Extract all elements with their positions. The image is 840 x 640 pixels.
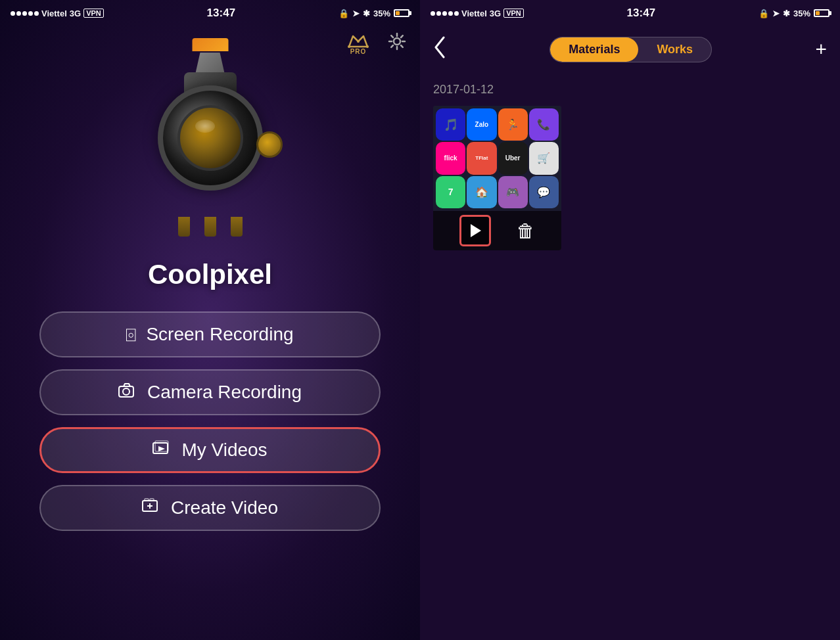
svg-point-6 — [123, 388, 129, 395]
lock-icon: 🔒 — [338, 9, 349, 18]
date-label: 2017-01-12 — [433, 83, 827, 97]
leg-mid — [204, 217, 216, 237]
svg-rect-14 — [150, 499, 154, 501]
video-grid: 🎵 Zalo 🏃 📞 flick TFlat Uber 🛒 7 🏠 🎮 💬 — [433, 106, 827, 250]
my-videos-button[interactable]: My Videos — [39, 427, 381, 473]
app-tflat: TFlat — [467, 142, 496, 174]
screen-recording-icon: ⌻ — [126, 325, 135, 344]
status-bar-left: Viettel 3G VPN 13:47 🔒 ➤ ✱ 35% — [0, 0, 420, 26]
create-video-label: Create Video — [171, 497, 278, 518]
video-library-icon — [152, 440, 171, 456]
svg-marker-9 — [158, 446, 165, 451]
top-icons: PRO — [348, 32, 407, 56]
app-uber: Uber — [498, 142, 528, 174]
vpn-badge-left: VPN — [83, 9, 104, 18]
battery-icon-right — [814, 9, 829, 17]
content-area: 2017-01-12 🎵 Zalo 🏃 📞 flick TFlat Uber 🛒 — [420, 72, 840, 640]
add-button[interactable]: + — [815, 38, 827, 60]
battery-icon-left — [394, 9, 409, 17]
svg-point-4 — [394, 38, 400, 45]
app-flickr: flick — [436, 142, 465, 174]
my-videos-icon — [152, 440, 171, 460]
camera-recording-button[interactable]: Camera Recording — [39, 369, 381, 415]
back-chevron-icon — [433, 36, 446, 58]
camera-recording-icon — [118, 383, 137, 401]
my-videos-label: My Videos — [181, 440, 267, 461]
svg-point-2 — [366, 45, 369, 48]
robot-coin — [256, 131, 283, 158]
lens-shine — [195, 120, 215, 133]
right-panel: Viettel 3G VPN 13:47 🔒 ➤ ✱ 35% Materials… — [420, 0, 840, 640]
status-left-right: Viettel 3G VPN — [431, 9, 524, 18]
time-right: 13:47 — [627, 7, 655, 20]
app-zalo: Zalo — [467, 108, 496, 141]
time-left: 13:47 — [207, 7, 235, 20]
location-icon: ➤ — [352, 9, 360, 18]
back-button[interactable] — [433, 36, 446, 63]
settings-button[interactable] — [387, 32, 407, 56]
lock-icon-right: 🔒 — [758, 9, 769, 18]
robot-image — [145, 72, 276, 230]
pro-label: PRO — [350, 48, 367, 55]
top-nav-right: Materials Works + — [420, 26, 840, 72]
create-video-icon — [142, 498, 160, 518]
battery-pct-left: 35% — [373, 9, 390, 18]
status-left: Viettel 3G VPN — [11, 9, 104, 18]
status-right-left: 🔒 ➤ ✱ 35% — [338, 9, 409, 18]
video-item[interactable]: 🎵 Zalo 🏃 📞 flick TFlat Uber 🛒 7 🏠 🎮 💬 — [433, 106, 561, 250]
menu-buttons: ⌻ Screen Recording Camera Recording — [0, 311, 420, 531]
camera-recording-label: Camera Recording — [147, 382, 302, 403]
create-icon — [142, 498, 160, 514]
pro-button[interactable]: PRO — [348, 32, 369, 55]
carrier-left: Viettel — [41, 9, 67, 18]
app-logo — [138, 59, 283, 243]
app-viber: 📞 — [529, 108, 559, 141]
network-left: 3G — [70, 9, 81, 18]
app-mifit: 🏃 — [498, 108, 528, 141]
network-right: 3G — [490, 9, 501, 18]
svg-rect-13 — [145, 499, 149, 501]
video-thumbnail: 🎵 Zalo 🏃 📞 flick TFlat Uber 🛒 7 🏠 🎮 💬 — [433, 106, 561, 211]
screen-recording-label: Screen Recording — [146, 324, 293, 345]
app-shazam: 🎵 — [436, 108, 465, 141]
lens-inner — [177, 105, 243, 171]
app-purple: 🎮 — [498, 176, 528, 208]
screen-recording-button[interactable]: ⌻ Screen Recording — [39, 311, 381, 357]
leg-left — [178, 217, 190, 237]
signal-dots — [11, 11, 39, 16]
app-icons-grid: 🎵 Zalo 🏃 📞 flick TFlat Uber 🛒 7 🏠 🎮 💬 — [433, 106, 561, 211]
app-messenger: 💬 — [529, 176, 559, 208]
funnel-top — [192, 38, 228, 51]
works-tab[interactable]: Works — [638, 37, 711, 62]
camera-icon — [118, 383, 137, 398]
signal-dots-right — [431, 11, 459, 16]
create-video-button[interactable]: Create Video — [39, 485, 381, 531]
carrier-right: Viettel — [461, 9, 487, 18]
tab-group: Materials Works — [549, 37, 712, 62]
bluetooth-icon-right: ✱ — [783, 9, 790, 18]
left-panel: Viettel 3G VPN 13:47 🔒 ➤ ✱ 35% PRO — [0, 0, 420, 640]
materials-tab[interactable]: Materials — [550, 37, 638, 62]
app-7: 7 — [436, 176, 465, 208]
video-controls: 🗑 — [433, 211, 561, 250]
battery-pct-right: 35% — [793, 9, 810, 18]
vpn-badge-right: VPN — [503, 9, 524, 18]
bluetooth-icon: ✱ — [363, 9, 370, 18]
status-bar-right: Viettel 3G VPN 13:47 🔒 ➤ ✱ 35% — [420, 0, 840, 26]
location-icon-right: ➤ — [772, 9, 780, 18]
svg-point-3 — [357, 40, 360, 43]
robot-legs — [171, 217, 250, 237]
delete-button[interactable]: 🗑 — [517, 220, 535, 242]
play-button[interactable] — [459, 215, 491, 246]
gear-icon — [387, 32, 407, 51]
app-name: Coolpixel — [148, 259, 272, 290]
leg-right — [231, 217, 243, 237]
play-triangle-icon — [471, 224, 481, 237]
app-blue: 🏠 — [467, 176, 496, 208]
status-right-right: 🔒 ➤ ✱ 35% — [758, 9, 829, 18]
robot-body — [158, 85, 263, 191]
app-shop: 🛒 — [529, 142, 559, 174]
crown-icon — [348, 32, 369, 48]
